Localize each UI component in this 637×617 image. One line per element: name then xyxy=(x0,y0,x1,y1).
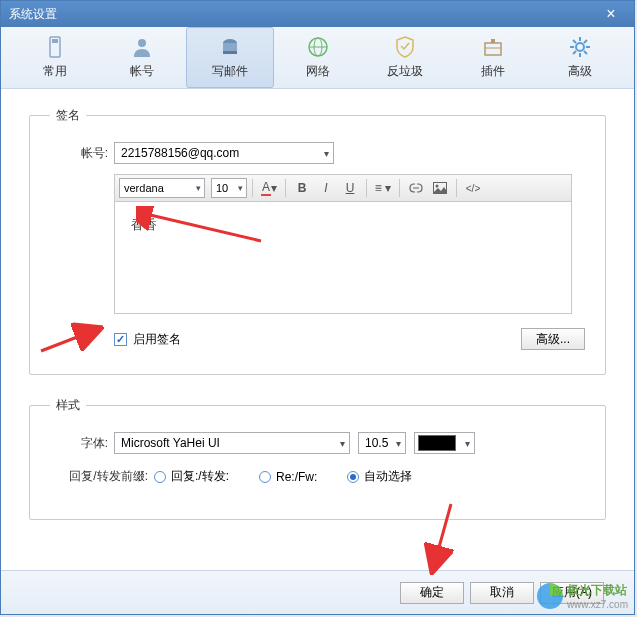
editor-textarea[interactable]: 香香 xyxy=(114,202,572,314)
settings-window: 系统设置 × 常用 帐号 写邮件 网络 反垃圾 插件 高级 xyxy=(0,0,635,615)
tab-label: 常用 xyxy=(43,63,67,80)
svg-point-2 xyxy=(138,39,146,47)
prefix-label: 回复/转发前缀: xyxy=(50,468,148,485)
style-fieldset: 样式 字体: Microsoft YaHei UI 10.5 回复/转发前缀: … xyxy=(29,397,606,520)
enable-signature-label: 启用签名 xyxy=(133,331,181,348)
account-select[interactable]: 2215788156@qq.com xyxy=(114,142,334,164)
titlebar: 系统设置 × xyxy=(1,1,634,27)
image-button[interactable] xyxy=(429,177,451,199)
signature-advanced-button[interactable]: 高级... xyxy=(521,328,585,350)
svg-point-12 xyxy=(576,43,584,51)
content-area: 签名 帐号: 2215788156@qq.com verdana 10 A ▾ … xyxy=(1,89,634,570)
font-family-select[interactable]: verdana xyxy=(119,178,205,198)
network-icon xyxy=(306,35,330,59)
close-button[interactable]: × xyxy=(596,4,626,24)
italic-button[interactable]: I xyxy=(315,177,337,199)
account-icon xyxy=(130,35,154,59)
radio-icon xyxy=(347,471,359,483)
tab-label: 反垃圾 xyxy=(387,63,423,80)
separator xyxy=(399,179,400,197)
tab-toolbar: 常用 帐号 写邮件 网络 反垃圾 插件 高级 xyxy=(1,27,634,89)
font-size-select[interactable]: 10 xyxy=(211,178,247,198)
font-label: 字体: xyxy=(50,435,108,452)
prefix-option-en[interactable]: Re:/Fw: xyxy=(259,470,317,484)
cancel-button[interactable]: 取消 xyxy=(470,582,534,604)
tab-account[interactable]: 帐号 xyxy=(99,27,187,88)
enable-signature-checkbox[interactable] xyxy=(114,333,127,346)
separator xyxy=(366,179,367,197)
ok-button[interactable]: 确定 xyxy=(400,582,464,604)
tab-label: 插件 xyxy=(481,63,505,80)
style-size-select[interactable]: 10.5 xyxy=(358,432,406,454)
svg-rect-10 xyxy=(491,39,495,43)
tab-label: 写邮件 xyxy=(212,63,248,80)
color-swatch xyxy=(418,435,456,451)
apply-button[interactable]: 应用(A) xyxy=(540,582,604,604)
signature-content: 香香 xyxy=(131,217,157,232)
plugins-icon xyxy=(481,35,505,59)
bold-button[interactable]: B xyxy=(291,177,313,199)
account-label: 帐号: xyxy=(50,145,108,162)
tab-label: 高级 xyxy=(568,63,592,80)
prefix-option-auto[interactable]: 自动选择 xyxy=(347,468,412,485)
svg-line-19 xyxy=(573,51,576,54)
tab-antispam[interactable]: 反垃圾 xyxy=(361,27,449,88)
compose-icon xyxy=(218,35,242,59)
tab-label: 网络 xyxy=(306,63,330,80)
svg-point-22 xyxy=(436,185,439,188)
tab-plugins[interactable]: 插件 xyxy=(449,27,537,88)
general-icon xyxy=(43,35,67,59)
style-font-select[interactable]: Microsoft YaHei UI xyxy=(114,432,350,454)
signature-editor: verdana 10 A ▾ B I U ≡ ▾ </> xyxy=(114,174,572,314)
shield-icon xyxy=(393,35,417,59)
window-title: 系统设置 xyxy=(9,6,596,23)
editor-toolbar: verdana 10 A ▾ B I U ≡ ▾ </> xyxy=(114,174,572,202)
tab-compose[interactable]: 写邮件 xyxy=(186,27,274,88)
svg-rect-9 xyxy=(485,43,501,55)
svg-rect-1 xyxy=(52,39,58,43)
font-color-button[interactable]: A ▾ xyxy=(258,177,280,199)
tab-network[interactable]: 网络 xyxy=(274,27,362,88)
account-value: 2215788156@qq.com xyxy=(121,146,239,160)
style-color-select[interactable] xyxy=(414,432,475,454)
radio-icon xyxy=(259,471,271,483)
radio-icon xyxy=(154,471,166,483)
separator xyxy=(252,179,253,197)
link-button[interactable] xyxy=(405,177,427,199)
tab-advanced[interactable]: 高级 xyxy=(536,27,624,88)
source-button[interactable]: </> xyxy=(462,177,484,199)
signature-legend: 签名 xyxy=(50,107,86,124)
style-legend: 样式 xyxy=(50,397,86,414)
svg-line-17 xyxy=(573,40,576,43)
prefix-option-cn[interactable]: 回复:/转发: xyxy=(154,468,229,485)
svg-line-18 xyxy=(584,51,587,54)
signature-fieldset: 签名 帐号: 2215788156@qq.com verdana 10 A ▾ … xyxy=(29,107,606,375)
separator xyxy=(285,179,286,197)
gear-icon xyxy=(568,35,592,59)
separator xyxy=(456,179,457,197)
tab-label: 帐号 xyxy=(130,63,154,80)
underline-button[interactable]: U xyxy=(339,177,361,199)
tab-general[interactable]: 常用 xyxy=(11,27,99,88)
dialog-footer: 确定 取消 应用(A) xyxy=(1,570,634,614)
svg-rect-5 xyxy=(223,51,237,54)
align-button[interactable]: ≡ ▾ xyxy=(372,177,394,199)
prefix-radio-group: 回复:/转发: Re:/Fw: 自动选择 xyxy=(154,468,412,485)
svg-line-20 xyxy=(584,40,587,43)
